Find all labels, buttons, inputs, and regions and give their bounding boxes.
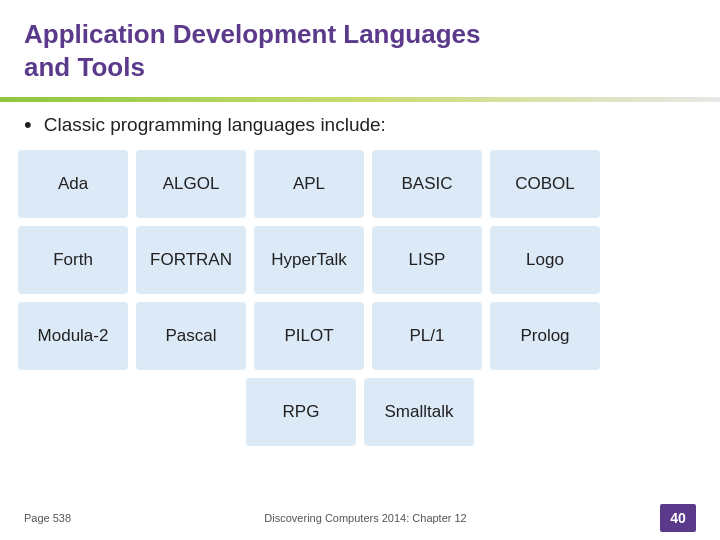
language-box[interactable]: COBOL xyxy=(490,150,600,218)
language-box[interactable]: PILOT xyxy=(254,302,364,370)
accent-bar xyxy=(0,97,720,102)
footer-page-ref: Page 538 xyxy=(24,512,71,524)
language-box[interactable]: Forth xyxy=(18,226,128,294)
language-box[interactable]: PL/1 xyxy=(372,302,482,370)
language-box[interactable]: LISP xyxy=(372,226,482,294)
page-number-badge: 40 xyxy=(660,504,696,532)
language-grid: AdaALGOLAPLBASICCOBOLForthFORTRANHyperTa… xyxy=(0,150,720,446)
language-box[interactable]: ALGOL xyxy=(136,150,246,218)
language-box[interactable]: Logo xyxy=(490,226,600,294)
bullet-text: Classic programming languages include: xyxy=(44,114,386,136)
language-box[interactable]: Smalltalk xyxy=(364,378,474,446)
language-box[interactable]: Prolog xyxy=(490,302,600,370)
language-box[interactable]: FORTRAN xyxy=(136,226,246,294)
language-row-0: AdaALGOLAPLBASICCOBOL xyxy=(18,150,702,218)
header: Application Development Languages and To… xyxy=(0,0,720,91)
language-box[interactable]: Modula-2 xyxy=(18,302,128,370)
bullet-point: • Classic programming languages include: xyxy=(0,112,720,150)
language-row-3: RPGSmalltalk xyxy=(18,378,702,446)
language-box[interactable]: APL xyxy=(254,150,364,218)
language-box[interactable]: Pascal xyxy=(136,302,246,370)
language-box[interactable]: HyperTalk xyxy=(254,226,364,294)
page-title: Application Development Languages and To… xyxy=(24,18,696,83)
footer-source: Discovering Computers 2014: Chapter 12 xyxy=(264,512,466,524)
language-row-2: Modula-2PascalPILOTPL/1Prolog xyxy=(18,302,702,370)
language-box[interactable]: Ada xyxy=(18,150,128,218)
bullet-dot: • xyxy=(24,112,32,138)
language-row-1: ForthFORTRANHyperTalkLISPLogo xyxy=(18,226,702,294)
footer: Page 538 Discovering Computers 2014: Cha… xyxy=(0,496,720,540)
language-box[interactable]: BASIC xyxy=(372,150,482,218)
language-box[interactable]: RPG xyxy=(246,378,356,446)
